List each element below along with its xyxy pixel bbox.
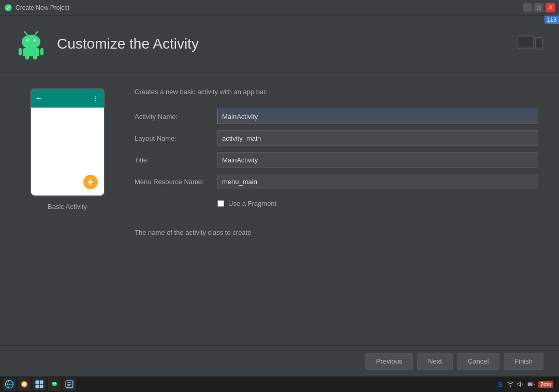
preview-panel: ← ⋮ + Basic Activity <box>21 88 114 330</box>
next-button[interactable]: Next <box>417 353 453 370</box>
notification-badge: 113 <box>545 16 559 24</box>
system-tray-icons: S <box>496 380 535 388</box>
csdn-badge: 2cto <box>538 381 553 388</box>
previous-button[interactable]: Previous <box>365 353 414 370</box>
maximize-button[interactable]: □ <box>534 3 543 12</box>
taskbar: S 2cto <box>0 376 559 392</box>
svg-rect-6 <box>23 48 39 56</box>
svg-point-25 <box>53 383 54 384</box>
form-description: Creates a new basic activity with an app… <box>135 88 538 96</box>
phone-content: + <box>31 108 104 195</box>
use-fragment-checkbox[interactable] <box>217 200 224 207</box>
title-row: Title: <box>135 152 538 168</box>
window-title: Create New Project <box>16 4 523 11</box>
layout-name-input[interactable] <box>217 130 538 146</box>
taskbar-icon-apps[interactable] <box>33 378 46 391</box>
bottom-bar: Previous Next Cancel Finish <box>0 345 559 376</box>
volume-icon[interactable] <box>517 380 525 388</box>
svg-point-13 <box>525 48 526 49</box>
form-divider <box>135 218 538 218</box>
device-preview-icon <box>518 34 543 54</box>
svg-point-3 <box>34 39 36 41</box>
menu-resource-row: Menu Resource Name: <box>135 174 538 189</box>
phone-mockup: ← ⋮ + <box>30 88 105 197</box>
footer-hint: The name of the activity class to create <box>135 229 538 236</box>
back-arrow-icon: ← <box>35 94 43 103</box>
phone-top-bar: ← ⋮ <box>31 89 104 108</box>
svg-rect-9 <box>25 55 29 59</box>
svg-rect-7 <box>19 48 22 55</box>
form-panel: Creates a new basic activity with an app… <box>135 88 538 330</box>
battery-icon[interactable] <box>527 380 535 388</box>
svg-point-26 <box>55 383 56 384</box>
menu-resource-label: Menu Resource Name: <box>135 178 217 186</box>
fab-button: + <box>83 175 98 189</box>
activity-name-label: Activity Name: <box>135 113 217 120</box>
title-label: Title: <box>135 156 217 164</box>
taskbar-icon-fox[interactable] <box>18 378 31 391</box>
svg-rect-10 <box>33 55 37 59</box>
svg-line-4 <box>24 32 27 35</box>
svg-rect-12 <box>519 37 533 46</box>
svg-rect-15 <box>536 39 541 47</box>
title-input[interactable] <box>217 152 538 168</box>
layout-name-row: Layout Name: <box>135 130 538 146</box>
taskbar-icon-browser[interactable] <box>3 378 16 391</box>
taskbar-right-area: S 2cto <box>496 380 556 388</box>
svg-point-16 <box>538 48 539 49</box>
finish-button[interactable]: Finish <box>504 353 543 370</box>
svg-rect-23 <box>40 385 43 388</box>
layout-name-label: Layout Name: <box>135 134 217 142</box>
taskbar-icon-android[interactable] <box>48 378 61 391</box>
taskbar-icon-text[interactable] <box>63 378 76 391</box>
svg-marker-32 <box>518 382 521 386</box>
android-logo-icon <box>16 28 47 59</box>
sogou-icon[interactable]: S <box>496 380 504 388</box>
app-logo-small <box>4 4 12 12</box>
svg-rect-21 <box>40 381 43 384</box>
title-bar: Create New Project ─ □ ✕ <box>0 0 559 16</box>
svg-line-5 <box>35 32 38 35</box>
main-content: ← ⋮ + Basic Activity Creates a new basic… <box>0 72 559 345</box>
window-controls: ─ □ ✕ <box>523 3 555 12</box>
svg-point-24 <box>52 382 57 386</box>
fragment-checkbox-row: Use a Fragment <box>217 200 538 207</box>
svg-point-31 <box>510 386 511 387</box>
svg-point-1 <box>22 35 40 49</box>
network-icon[interactable] <box>506 380 514 388</box>
menu-dots-icon: ⋮ <box>92 94 100 102</box>
activity-name-input[interactable] <box>217 109 538 124</box>
svg-point-2 <box>26 39 28 41</box>
activity-name-row: Activity Name: <box>135 109 538 124</box>
preview-label: Basic Activity <box>48 203 87 210</box>
svg-rect-34 <box>529 383 532 385</box>
cancel-button[interactable]: Cancel <box>457 353 499 370</box>
svg-rect-22 <box>36 385 39 388</box>
header: Customize the Activity 113 <box>0 16 559 72</box>
close-button[interactable]: ✕ <box>546 3 555 12</box>
svg-point-19 <box>22 382 27 387</box>
minimize-button[interactable]: ─ <box>523 3 532 12</box>
svg-rect-8 <box>40 48 43 55</box>
page-title: Customize the Activity <box>57 36 199 52</box>
menu-resource-input[interactable] <box>217 174 538 189</box>
use-fragment-label[interactable]: Use a Fragment <box>228 200 276 207</box>
svg-rect-20 <box>36 381 39 384</box>
